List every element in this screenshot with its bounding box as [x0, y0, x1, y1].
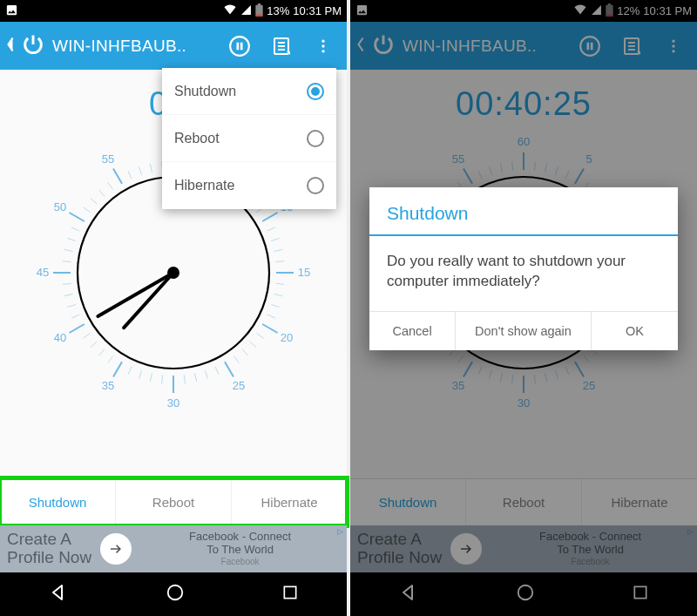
nav-bar [0, 572, 347, 616]
overflow-button[interactable] [305, 28, 342, 64]
menu-label: Hibernate [174, 178, 234, 193]
adchoices-icon[interactable]: ▷ [337, 527, 343, 536]
status-bar: 13% 10:31 PM [0, 0, 347, 22]
ad-banner[interactable]: Create A Profile Now Facebook - Connect … [0, 525, 347, 572]
svg-line-79 [124, 273, 173, 328]
ok-button[interactable]: OK [592, 312, 678, 350]
svg-line-53 [108, 355, 113, 362]
svg-point-81 [168, 586, 183, 600]
svg-text:45: 45 [37, 266, 49, 279]
svg-line-55 [91, 342, 97, 348]
ad-sub: Facebook [140, 557, 340, 567]
svg-text:55: 55 [102, 152, 114, 166]
menu-label: Reboot [174, 131, 220, 146]
phone-right: 12% 10:31 PM WIN-INHFBAUB.. 00:40:25 510… [350, 0, 697, 616]
svg-line-44 [205, 370, 207, 379]
svg-line-59 [67, 304, 76, 307]
svg-line-49 [150, 373, 152, 382]
radio-icon [307, 177, 324, 194]
dialog-title: Shutdown [369, 187, 678, 234]
power-icon [21, 32, 45, 60]
svg-line-45 [195, 373, 197, 382]
svg-point-80 [167, 267, 179, 279]
pause-button[interactable] [221, 28, 258, 64]
back-icon[interactable] [5, 36, 16, 57]
svg-text:25: 25 [233, 379, 245, 392]
action-bar: Shutdown Reboot Hibernate [0, 478, 347, 525]
svg-line-71 [108, 182, 113, 189]
svg-line-61 [63, 283, 71, 284]
ad-line-1: Facebook - Connect [140, 531, 340, 544]
wifi-icon [223, 4, 237, 18]
svg-line-52 [113, 362, 122, 376]
svg-text:20: 20 [281, 331, 293, 344]
radio-icon [307, 83, 324, 100]
svg-line-39 [250, 342, 256, 348]
svg-line-74 [139, 166, 141, 175]
svg-line-69 [91, 198, 97, 204]
signal-icon [240, 4, 252, 18]
phone-left: 13% 10:31 PM WIN-INHFBAUB.. 00: 51015202… [0, 0, 347, 616]
picture-icon [5, 3, 18, 19]
svg-line-51 [128, 367, 132, 375]
svg-point-4 [321, 50, 324, 52]
svg-line-67 [69, 213, 84, 221]
svg-line-54 [98, 349, 105, 355]
battery-percent: 13% [267, 4, 289, 17]
svg-line-60 [64, 294, 73, 296]
svg-line-57 [69, 324, 84, 333]
confirm-dialog: Shutdown Do you really want to shutdown … [369, 187, 678, 350]
svg-line-75 [150, 164, 152, 173]
svg-line-73 [128, 171, 132, 179]
reboot-button[interactable]: Reboot [116, 479, 232, 525]
status-time: 10:31 PM [293, 4, 342, 17]
nav-recent-button[interactable] [281, 584, 299, 605]
svg-line-34 [274, 294, 282, 296]
svg-text:40: 40 [54, 331, 66, 344]
radio-icon [307, 130, 324, 147]
svg-line-29 [271, 238, 280, 240]
svg-line-43 [215, 367, 219, 375]
hibernate-button[interactable]: Hibernate [232, 479, 347, 525]
app-bar: WIN-INHFBAUB.. [0, 22, 347, 70]
svg-line-35 [271, 304, 280, 307]
svg-line-40 [242, 349, 248, 355]
svg-line-46 [184, 375, 185, 383]
svg-line-36 [267, 315, 275, 318]
menu-label: Shutdown [174, 84, 236, 99]
svg-line-68 [83, 207, 90, 213]
nav-home-button[interactable] [166, 583, 185, 606]
svg-line-64 [64, 249, 73, 251]
svg-point-2 [321, 39, 324, 42]
battery-icon [255, 3, 263, 19]
svg-line-28 [267, 227, 275, 231]
svg-line-42 [225, 362, 233, 376]
cancel-button[interactable]: Cancel [369, 312, 456, 350]
menu-item-shutdown[interactable]: Shutdown [162, 68, 336, 115]
svg-line-50 [139, 370, 141, 379]
svg-line-33 [275, 283, 284, 284]
menu-item-hibernate[interactable]: Hibernate [162, 162, 336, 209]
arrow-icon [100, 533, 132, 565]
app-title: WIN-INHFBAUB.. [52, 37, 186, 56]
svg-line-72 [113, 168, 122, 183]
svg-line-58 [71, 315, 79, 318]
svg-line-66 [71, 227, 79, 231]
svg-text:35: 35 [102, 379, 114, 392]
svg-line-63 [63, 261, 71, 262]
menu-item-reboot[interactable]: Reboot [162, 115, 336, 162]
svg-line-41 [233, 355, 239, 362]
svg-line-30 [274, 249, 282, 251]
ad-line-2: To The World [140, 544, 340, 557]
svg-line-27 [262, 213, 277, 221]
dialog-body: Do you really want to shutdown your comp… [369, 236, 678, 311]
svg-line-78 [98, 273, 173, 316]
svg-line-65 [67, 238, 76, 240]
list-button[interactable] [263, 28, 300, 64]
dont-show-again-button[interactable]: Don't show again [456, 312, 592, 350]
options-menu: Shutdown Reboot Hibernate [162, 68, 336, 209]
svg-line-70 [98, 190, 105, 196]
nav-back-button[interactable] [48, 582, 69, 606]
shutdown-button[interactable]: Shutdown [0, 479, 116, 525]
svg-text:15: 15 [298, 266, 310, 279]
